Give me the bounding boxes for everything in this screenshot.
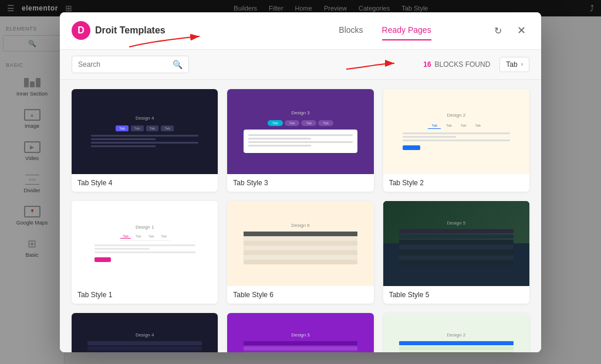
tab-blocks[interactable]: Blocks — [339, 21, 363, 40]
template-label-tab-style-3: Tab Style 3 — [227, 174, 373, 192]
design-label-tab2: Design 2 — [447, 113, 466, 118]
thumbnail-tab-style-1: Design 1 Tab Tab Tab Tab — [72, 201, 218, 286]
thumbnail-table-style-2: Design 2 — [383, 313, 529, 352]
category-filter-label: Tab — [506, 60, 517, 69]
thumbnail-tab-style-4: Design 4 Tab Tab Tab Tab — [72, 89, 218, 174]
template-label-tab-style-1: Tab Style 1 — [72, 286, 218, 304]
template-card-table-style-5[interactable]: Design 5 — [383, 201, 529, 304]
template-card-tab-style-4[interactable]: Design 4 Tab Tab Tab Tab — [72, 89, 218, 192]
template-label-tab-style-2: Tab Style 2 — [383, 174, 529, 192]
modal-logo: D Droit Templates — [72, 21, 281, 40]
thumbnail-table-style-5: Design 5 — [383, 201, 529, 286]
design-label-table5: Design 5 — [447, 220, 466, 226]
blocks-count: 16 — [423, 60, 431, 69]
close-button[interactable]: ✕ — [513, 22, 529, 39]
category-filter-chevron: › — [521, 61, 523, 67]
tab-pills-tab3: Tab Tab Tab Tab — [268, 120, 333, 126]
thumbnail-table-style-6: Design 6 — [227, 201, 373, 286]
design-label-table2: Design 2 — [447, 332, 466, 338]
thumbnail-table-style-4: Design 4 — [72, 313, 218, 352]
mini-table-dark-5 — [399, 229, 514, 266]
search-icon: 🔍 — [173, 60, 183, 69]
template-label-table-style-6: Table Style 6 — [227, 286, 373, 304]
template-card-table-style-3[interactable]: Design 3 Table Style 3 — [227, 313, 373, 352]
design-label-tab1: Design 1 — [136, 224, 154, 230]
template-card-tab-style-1[interactable]: Design 1 Tab Tab Tab Tab — [72, 201, 218, 304]
template-card-table-style-4[interactable]: Design 4 Table Style 4 — [72, 313, 218, 352]
table3-header-row — [244, 341, 358, 345]
editor-background: ☰ elementor ⊞ Builders Filter Home Previ… — [0, 0, 601, 364]
blocks-found: 16 BLOCKS FOUND — [423, 60, 490, 69]
tab-row-tab2: Tab Tab Tab Tab — [428, 123, 484, 129]
modal-overlay: D Droit Templates Blocks Ready Pages ↻ ✕… — [0, 0, 601, 364]
templates-grid: Design 4 Tab Tab Tab Tab — [72, 89, 529, 352]
search-input[interactable] — [78, 60, 168, 69]
design-label-table4: Design 4 — [136, 332, 154, 338]
blocks-label: BLOCKS FOUND — [435, 60, 491, 69]
template-card-table-style-2[interactable]: Design 2 Table Style 2 — [383, 313, 529, 352]
template-label-tab-style-4: Tab Style 4 — [72, 174, 218, 192]
design-label-table6: Design 6 — [291, 223, 310, 228]
modal-logo-name: Droit Templates — [95, 25, 166, 36]
design-label-table3: Design 3 — [291, 332, 310, 338]
thumbnail-tab-style-2: Design 2 Tab Tab Tab Tab — [383, 89, 529, 174]
template-card-tab-style-2[interactable]: Design 2 Tab Tab Tab Tab — [383, 89, 529, 192]
modal-tabs: Blocks Ready Pages — [281, 21, 489, 40]
template-card-table-style-6[interactable]: Design 6 — [227, 201, 373, 304]
design-label-tab4: Design 4 — [136, 115, 154, 121]
modal-content: Design 4 Tab Tab Tab Tab — [60, 80, 541, 352]
table2-header-row — [399, 341, 514, 345]
modal-header: D Droit Templates Blocks Ready Pages ↻ ✕ — [60, 12, 541, 50]
tab-ready-pages[interactable]: Ready Pages — [382, 21, 431, 40]
mini-table-6 — [244, 232, 358, 264]
thumbnail-table-style-3: Design 3 — [227, 313, 373, 352]
tab-underline-tab1: Tab Tab Tab Tab — [120, 234, 169, 241]
modal-header-actions: ↻ ✕ — [489, 22, 529, 39]
category-filter[interactable]: Tab › — [499, 57, 529, 72]
logo-circle: D — [72, 21, 90, 40]
template-label-table-style-5: Table Style 5 — [383, 286, 529, 304]
tab-buttons-tab4: Tab Tab Tab Tab — [116, 125, 174, 131]
thumbnail-tab-style-3: Design 3 Tab Tab Tab Tab — [227, 89, 373, 174]
table4-header-row — [87, 341, 202, 345]
design-label-tab3: Design 3 — [291, 110, 310, 115]
refresh-button[interactable]: ↻ — [489, 22, 506, 39]
droit-templates-modal: D Droit Templates Blocks Ready Pages ↻ ✕… — [60, 12, 541, 352]
template-card-tab-style-3[interactable]: Design 3 Tab Tab Tab Tab — [227, 89, 373, 192]
search-box[interactable]: 🔍 — [72, 56, 189, 73]
modal-toolbar: 🔍 16 BLOCKS FOUND Tab › — [60, 50, 541, 80]
